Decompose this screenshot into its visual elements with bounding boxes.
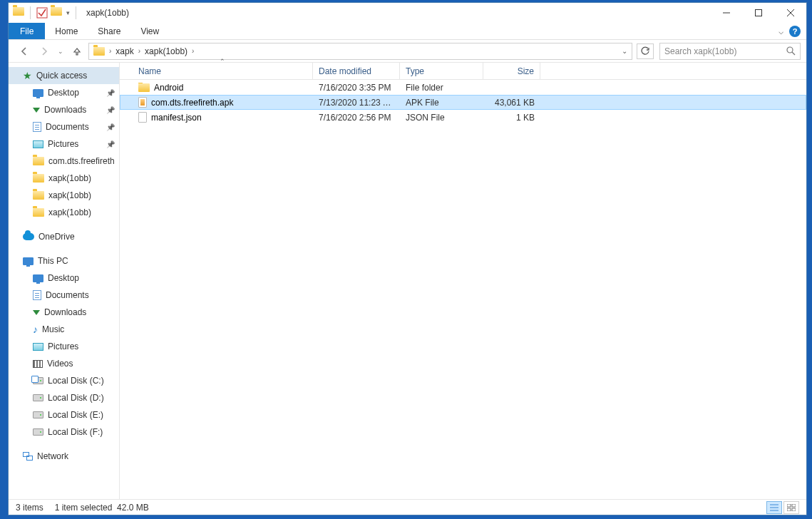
sidebar-item-label: Documents <box>46 290 89 300</box>
pictures-icon <box>33 343 43 351</box>
sidebar-item[interactable]: xapk(1obb) <box>9 170 119 187</box>
ribbon-tab-share[interactable]: Share <box>88 23 130 39</box>
breadcrumb-segment[interactable]: xapk <box>113 46 136 56</box>
column-type[interactable]: Type <box>400 63 483 79</box>
document-icon <box>33 290 41 300</box>
sidebar-item-label: Music <box>42 324 64 334</box>
table-row[interactable]: com.dts.freefireth.apk7/13/2020 11:23 AM… <box>120 95 806 110</box>
column-date[interactable]: Date modified <box>313 63 400 79</box>
sidebar[interactable]: ★ Quick access Desktop📌Downloads📌Documen… <box>9 63 120 499</box>
sidebar-label: Network <box>37 451 68 461</box>
sidebar-network[interactable]: Network <box>9 448 119 465</box>
sidebar-item[interactable]: Local Disk (D:) <box>9 389 119 406</box>
status-bar: 3 items 1 item selected 42.0 MB <box>9 499 806 515</box>
minimize-button[interactable] <box>710 3 742 23</box>
search-input[interactable] <box>664 46 786 56</box>
app-icon <box>13 7 24 19</box>
pin-icon: 📌 <box>106 89 115 97</box>
maximize-button[interactable] <box>742 3 774 23</box>
recent-dropdown-icon[interactable]: ⌄ <box>56 43 66 60</box>
download-icon <box>33 310 40 315</box>
sidebar-item-label: xapk(1obb) <box>48 190 91 200</box>
qat-newfolder-icon[interactable] <box>51 7 62 19</box>
view-icons-button[interactable] <box>783 501 799 514</box>
svg-line-6 <box>792 52 795 55</box>
sidebar-item-label: Pictures <box>48 139 78 149</box>
address-folder-icon <box>93 47 105 56</box>
refresh-button[interactable] <box>637 43 654 59</box>
sidebar-item-label: xapk(1obb) <box>48 207 91 217</box>
sidebar-item[interactable]: Videos <box>9 355 119 372</box>
sidebar-item[interactable]: Downloads <box>9 304 119 321</box>
sidebar-item[interactable]: Local Disk (E:) <box>9 406 119 423</box>
star-icon: ★ <box>23 70 32 81</box>
sidebar-this-pc[interactable]: This PC <box>9 252 119 269</box>
search-box[interactable] <box>659 43 801 60</box>
sort-indicator-icon: ⌃ <box>220 58 225 65</box>
sidebar-label: Quick access <box>36 71 87 81</box>
folder-icon <box>33 191 44 200</box>
svg-rect-11 <box>792 504 796 507</box>
search-icon[interactable] <box>786 46 796 56</box>
help-icon[interactable]: ? <box>789 26 801 37</box>
file-icon <box>138 112 147 123</box>
cell-size: 1 KB <box>483 113 540 123</box>
sidebar-item[interactable]: ♪Music <box>9 321 119 338</box>
ribbon: File Home Share View ⌵ ? <box>9 23 806 40</box>
ribbon-expand-icon[interactable]: ⌵ <box>778 26 783 36</box>
pin-icon: 📌 <box>106 106 115 114</box>
titlebar[interactable]: ▾ xapk(1obb) <box>9 3 806 23</box>
ribbon-tab-home[interactable]: Home <box>45 23 88 39</box>
sidebar-item[interactable]: com.dts.freefireth <box>9 153 119 170</box>
svg-rect-12 <box>787 508 791 511</box>
sidebar-item[interactable]: Local Disk (C:) <box>9 372 119 389</box>
sidebar-onedrive[interactable]: OneDrive <box>9 228 119 245</box>
breadcrumb-segment[interactable]: xapk(1obb) <box>142 46 190 56</box>
folder-icon <box>33 208 44 217</box>
sidebar-item[interactable]: Documents📌 <box>9 118 119 135</box>
explorer-window: ▾ xapk(1obb) File Home Share View ⌵ ? ⌄ … <box>8 2 807 515</box>
up-button[interactable] <box>68 43 86 60</box>
file-name: com.dts.freefireth.apk <box>151 98 233 108</box>
music-icon: ♪ <box>33 324 38 335</box>
sidebar-item-label: Videos <box>47 359 73 369</box>
back-button[interactable] <box>16 43 33 60</box>
forward-button[interactable] <box>36 43 53 60</box>
sidebar-item[interactable]: Documents <box>9 287 119 304</box>
sidebar-item[interactable]: Downloads📌 <box>9 101 119 118</box>
sidebar-item[interactable]: Desktop📌 <box>9 84 119 101</box>
view-details-button[interactable] <box>766 501 782 514</box>
chevron-right-icon[interactable]: › <box>108 47 113 55</box>
address-bar[interactable]: › xapk › xapk(1obb) › ⌄ <box>88 43 632 60</box>
navbar: ⌄ › xapk › xapk(1obb) › ⌄ <box>9 40 806 63</box>
disk-icon <box>33 394 43 401</box>
sidebar-quick-access[interactable]: ★ Quick access <box>9 67 119 84</box>
qat-properties-icon[interactable] <box>36 7 48 19</box>
address-dropdown-icon[interactable]: ⌄ <box>622 47 630 55</box>
column-size[interactable]: Size <box>483 63 540 79</box>
sidebar-item[interactable]: Local Disk (F:) <box>9 423 119 441</box>
sidebar-item[interactable]: Pictures <box>9 338 119 355</box>
folder-icon <box>33 174 44 183</box>
sidebar-item[interactable]: xapk(1obb) <box>9 204 119 221</box>
table-row[interactable]: Android7/16/2020 3:35 PMFile folder <box>120 80 806 95</box>
qat-dropdown-icon[interactable]: ▾ <box>66 9 70 16</box>
cell-date: 7/16/2020 3:35 PM <box>313 83 400 93</box>
chevron-right-icon[interactable]: › <box>190 47 195 55</box>
file-list[interactable]: Android7/16/2020 3:35 PMFile foldercom.d… <box>120 80 806 499</box>
sidebar-item[interactable]: xapk(1obb) <box>9 187 119 204</box>
column-name[interactable]: Name⌃ <box>133 63 313 79</box>
close-button[interactable] <box>774 3 806 23</box>
ribbon-file-tab[interactable]: File <box>9 23 45 39</box>
pc-icon <box>23 257 34 265</box>
cell-type: JSON File <box>400 113 483 123</box>
status-selection: 1 item selected 42.0 MB <box>55 503 149 513</box>
sidebar-item[interactable]: Desktop <box>9 269 119 287</box>
table-row[interactable]: manifest.json7/16/2020 2:56 PMJSON File1… <box>120 110 806 125</box>
folder-icon <box>33 157 44 165</box>
column-headers: Name⌃ Date modified Type Size <box>120 63 806 80</box>
chevron-right-icon[interactable]: › <box>137 47 142 55</box>
sidebar-item[interactable]: Pictures📌 <box>9 135 119 153</box>
ribbon-tab-view[interactable]: View <box>130 23 169 39</box>
sidebar-item-label: xapk(1obb) <box>48 173 91 183</box>
